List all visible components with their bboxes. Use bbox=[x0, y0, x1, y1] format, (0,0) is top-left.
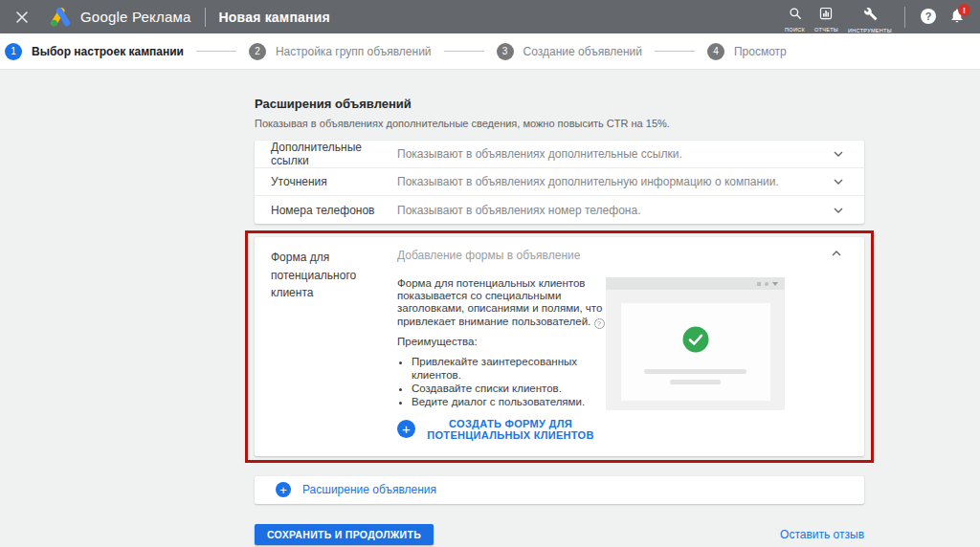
step-campaign-settings[interactable]: 1 Выбор настроек кампании bbox=[5, 43, 184, 60]
annotation-red-rectangle: Форма для потенциального клиента Добавле… bbox=[245, 230, 874, 463]
lead-form-header[interactable]: Добавление формы в объявление bbox=[397, 249, 849, 262]
step-create-ads[interactable]: 3 Создание объявлений bbox=[497, 43, 642, 60]
step-review[interactable]: 4 Просмотр bbox=[707, 43, 787, 60]
add-extension-label: Расширение объявления bbox=[302, 483, 436, 496]
google-ads-new-campaign-screen: Google Реклама Новая кампания ПОИСК ОТЧЕ… bbox=[0, 0, 980, 547]
reports-icon bbox=[819, 7, 833, 24]
placeholder-line-short bbox=[670, 380, 721, 384]
campaign-stepper: 1 Выбор настроек кампании 2 Настройка гр… bbox=[0, 33, 980, 70]
brand-name: Google Реклама bbox=[80, 9, 191, 25]
benefits-list: Привлекайте заинтересованных клиентов. С… bbox=[412, 355, 606, 408]
benefit-item: Ведите диалог с пользователями. bbox=[412, 395, 606, 408]
search-icon bbox=[789, 7, 802, 24]
topbar-divider bbox=[205, 8, 206, 27]
lead-form-expanded-panel: Форма для потенциального клиента Добавле… bbox=[255, 237, 864, 456]
main-content: Расширения объявлений Показывая в объявл… bbox=[255, 70, 864, 545]
benefit-item: Создавайте списки клиентов. bbox=[412, 382, 606, 395]
topbar-item-search[interactable]: ПОИСК bbox=[785, 0, 805, 33]
extension-label: Номера телефонов bbox=[271, 204, 397, 217]
extension-description: Показывают в объявлениях дополнительную … bbox=[397, 175, 834, 188]
lead-form-description: Форма для потенциальных клиентов показыв… bbox=[397, 277, 606, 329]
step-4-label: Просмотр bbox=[734, 45, 787, 58]
illustration-form-card bbox=[621, 303, 770, 401]
success-check-icon bbox=[682, 326, 709, 357]
plus-icon: + bbox=[276, 482, 291, 497]
step-2-circle: 2 bbox=[249, 43, 266, 60]
placeholder-line-long bbox=[644, 369, 746, 374]
step-1-label: Выбор настроек кампании bbox=[32, 45, 184, 58]
step-3-circle: 3 bbox=[497, 43, 514, 60]
step-ad-groups[interactable]: 2 Настройка групп объявлений bbox=[249, 43, 432, 60]
step-3-label: Создание объявлений bbox=[523, 45, 642, 58]
extensions-card: Дополнительные ссылки Показывают в объяв… bbox=[255, 141, 864, 224]
chevron-up-icon[interactable] bbox=[832, 251, 841, 256]
notification-badge: ! bbox=[958, 4, 970, 16]
topbar-left: Google Реклама Новая кампания bbox=[0, 8, 330, 27]
chevron-down-icon[interactable] bbox=[834, 179, 843, 185]
search-label: ПОИСК bbox=[785, 27, 805, 33]
topbar-right-divider bbox=[904, 7, 905, 28]
extension-row-phone[interactable]: Номера телефонов Показывают в объявления… bbox=[255, 196, 864, 224]
topbar-item-reports[interactable]: ОТЧЕТЫ bbox=[814, 0, 838, 33]
extension-row-sitelinks[interactable]: Дополнительные ссылки Показывают в объяв… bbox=[255, 141, 864, 168]
plus-icon: + bbox=[397, 420, 415, 438]
chevron-down-icon[interactable] bbox=[834, 208, 843, 213]
save-and-continue-button[interactable]: СОХРАНИТЬ И ПРОДОЛЖИТЬ bbox=[255, 524, 434, 545]
lead-form-text-column: Форма для потенциальных клиентов показыв… bbox=[397, 277, 606, 441]
page-title: Новая кампания bbox=[219, 10, 330, 25]
step-2-label: Настройка групп объявлений bbox=[276, 45, 432, 58]
info-help-icon[interactable]: ? bbox=[594, 318, 605, 329]
section-title: Расширения объявлений bbox=[255, 97, 864, 111]
google-ads-logo-icon bbox=[50, 8, 71, 27]
window-dot-icon bbox=[765, 282, 768, 286]
topbar-item-tools[interactable]: ИНСТРУМЕНТЫ И НАСТРОЙКИ bbox=[848, 0, 892, 40]
tools-label: ИНСТРУМЕНТЫ И НАСТРОЙКИ bbox=[848, 28, 892, 40]
chevron-down-icon[interactable] bbox=[834, 151, 843, 157]
bottom-actions: СОХРАНИТЬ И ПРОДОЛЖИТЬ Оставить отзыв bbox=[255, 524, 864, 545]
extension-row-callouts[interactable]: Уточнения Показывают в объявлениях допол… bbox=[255, 168, 864, 196]
create-lead-form-button[interactable]: + СОЗДАТЬ ФОРМУ ДЛЯ ПОТЕНЦИАЛЬНЫХ КЛИЕНТ… bbox=[397, 418, 606, 441]
benefit-item: Привлекайте заинтересованных клиентов. bbox=[412, 355, 606, 382]
benefits-title: Преимущества: bbox=[397, 336, 606, 347]
topbar-right: ПОИСК ОТЧЕТЫ ИНСТРУМЕНТЫ И НАСТРОЙКИ ? ! bbox=[780, 0, 974, 33]
lead-form-description-text: Форма для потенциальных клиентов показыв… bbox=[397, 277, 602, 327]
lead-form-body: Добавление формы в объявление Форма для … bbox=[397, 249, 849, 441]
topbar: Google Реклама Новая кампания ПОИСК ОТЧЕ… bbox=[0, 0, 980, 33]
extension-description: Показывают в объявлениях номер телефона. bbox=[397, 204, 834, 217]
illustration-window-titlebar bbox=[606, 277, 785, 290]
lead-form-content: Форма для потенциальных клиентов показыв… bbox=[397, 277, 849, 441]
reports-label: ОТЧЕТЫ bbox=[814, 27, 838, 33]
step-4-circle: 4 bbox=[707, 43, 724, 60]
extension-label: Уточнения bbox=[271, 175, 397, 188]
extension-label: Дополнительные ссылки bbox=[271, 141, 397, 167]
tools-wrench-icon bbox=[863, 7, 878, 25]
leave-feedback-link[interactable]: Оставить отзыв bbox=[780, 528, 864, 541]
lead-form-illustration bbox=[606, 277, 785, 410]
help-icon[interactable]: ? bbox=[921, 9, 936, 24]
extension-description: Показывают в объявлениях дополнительные … bbox=[397, 147, 834, 161]
lead-form-label: Форма для потенциального клиента bbox=[271, 249, 397, 441]
step-dash bbox=[196, 51, 236, 52]
close-icon[interactable] bbox=[15, 10, 31, 25]
section-subtitle: Показывая в объявлениях дополнительные с… bbox=[255, 118, 864, 129]
add-extension-button[interactable]: + Расширение объявления bbox=[255, 476, 864, 504]
notifications-bell-icon[interactable]: ! bbox=[949, 8, 965, 28]
create-lead-form-label: СОЗДАТЬ ФОРМУ ДЛЯ ПОТЕНЦИАЛЬНЫХ КЛИЕНТОВ bbox=[415, 418, 606, 441]
step-1-circle: 1 bbox=[5, 43, 22, 60]
step-dash bbox=[444, 51, 484, 52]
step-dash bbox=[655, 51, 695, 52]
window-dropdown-icon bbox=[772, 282, 778, 286]
window-minimize-icon bbox=[757, 282, 761, 286]
